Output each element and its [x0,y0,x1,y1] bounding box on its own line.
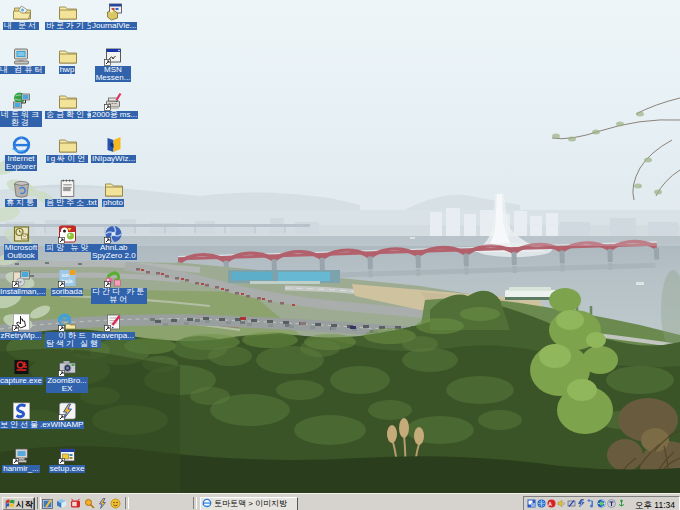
svg-text:A: A [548,501,552,507]
